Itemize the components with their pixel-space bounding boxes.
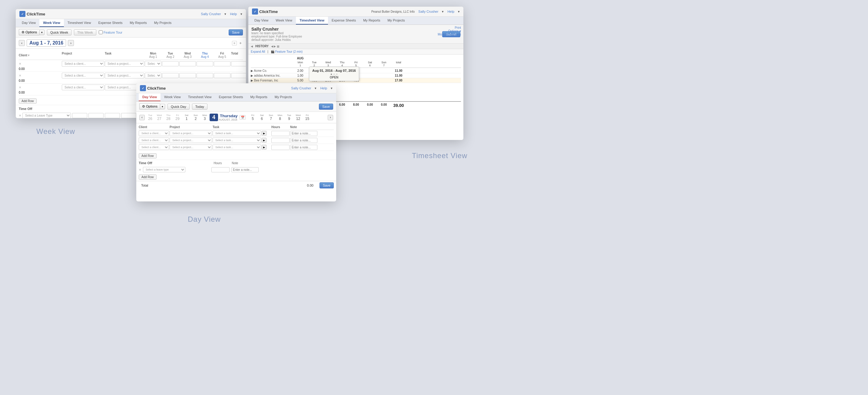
day-cell-thu28[interactable]: Thu 28	[164, 113, 173, 121]
quick-day-btn[interactable]: Quick Day	[167, 103, 190, 110]
time-off-wed[interactable]	[105, 113, 120, 118]
day-cell-fri15[interactable]: Fri 15	[303, 113, 312, 121]
day-row2-stopwatch[interactable]: ▶	[262, 138, 267, 143]
day-row2-client[interactable]: Select a client...	[139, 138, 169, 143]
day-row2-hours[interactable]	[271, 138, 289, 143]
week-help[interactable]: Help	[230, 12, 237, 16]
today-btn[interactable]: Today	[192, 103, 208, 110]
next-day-arrow[interactable]: ›	[328, 115, 333, 120]
row1-delete[interactable]: ✕	[19, 62, 61, 65]
day-row1-note[interactable]	[290, 131, 317, 136]
ts-print-link[interactable]: Print	[455, 26, 461, 29]
tab-expense-ts[interactable]: Expense Sheets	[328, 17, 360, 25]
tab-timesheet-ts[interactable]: Timesheet View	[296, 17, 328, 25]
options-main-day[interactable]: ⚙ Options	[139, 103, 160, 110]
row2-tue[interactable]	[179, 73, 196, 78]
calendar-icon[interactable]: 📅	[240, 115, 246, 120]
day-leave-type-select[interactable]: Select a leave type	[143, 167, 185, 172]
row2-delete[interactable]: ✕	[19, 74, 61, 77]
row3-client[interactable]: Select a client...	[62, 85, 104, 90]
next-week-arrow[interactable]: ›	[68, 40, 74, 46]
add-row-btn-day-2[interactable]: Add Row	[139, 175, 157, 180]
tab-expense-week[interactable]: Expense Sheets	[94, 19, 126, 27]
prev-day-arrow[interactable]: ‹	[139, 115, 145, 120]
day-time-off-hours[interactable]	[211, 167, 229, 172]
day-time-off-note[interactable]	[231, 167, 259, 172]
save-btn-week[interactable]: Save	[229, 29, 243, 35]
tab-day-view-ts[interactable]: Day View	[251, 17, 272, 25]
options-main-week[interactable]: ⚙ Options	[19, 29, 39, 35]
day-cell-thu4-active[interactable]: 4	[210, 114, 218, 121]
day-cell-tue26[interactable]: Tue 26	[146, 113, 154, 121]
row2-fri[interactable]	[231, 73, 246, 78]
ts-help[interactable]: Help	[447, 10, 454, 13]
tab-projects-ts[interactable]: My Projects	[384, 17, 408, 25]
prev-week-arrow[interactable]: ‹	[19, 40, 25, 46]
day-cell-sun2[interactable]: Sun 2	[191, 113, 200, 121]
ts-acme-expand[interactable]: ▶ Acme Co.	[251, 69, 293, 72]
day-row2-note[interactable]	[290, 138, 317, 143]
options-arrow-week[interactable]: ▾	[39, 30, 44, 35]
day-row1-client[interactable]: Select a client...	[139, 130, 169, 136]
time-off-thu[interactable]	[121, 113, 136, 118]
tab-timesheet-week[interactable]: Timesheet View	[64, 19, 95, 27]
day-cell-sat6[interactable]: Sat 6	[258, 113, 266, 121]
this-week-btn[interactable]: This Week	[74, 29, 96, 35]
tab-timesheet-day[interactable]: Timesheet View	[184, 93, 215, 101]
row1-fri[interactable]	[231, 61, 246, 66]
day-cell-sun7[interactable]: Sun 7	[267, 113, 275, 121]
tab-day-view-day[interactable]: Day View	[139, 93, 160, 101]
row3-delete[interactable]: ✕	[19, 86, 61, 89]
day-time-off-delete[interactable]: ✕	[139, 168, 141, 172]
row1-tue[interactable]	[179, 61, 196, 66]
day-cell-wed12[interactable]: Wed 12	[294, 113, 303, 121]
ts-adidas-expand[interactable]: ▶ adidas America Inc.	[251, 74, 293, 77]
tab-reports-ts[interactable]: My Reports	[360, 17, 384, 25]
day-row1-hours[interactable]	[271, 131, 289, 136]
options-arrow-day[interactable]: ▾	[160, 104, 165, 109]
row2-project[interactable]: Select a project...	[105, 73, 144, 79]
week-user-dropdown[interactable]: Sally Crusher	[201, 12, 221, 16]
add-row-btn-day[interactable]: Add Row	[139, 153, 157, 158]
day-row3-stopwatch[interactable]: ▶	[262, 145, 267, 150]
day-cell-wed27[interactable]: Wed 27	[155, 113, 163, 121]
tab-projects-week[interactable]: My Projects	[151, 19, 175, 27]
day-row3-note[interactable]	[290, 145, 317, 150]
ts-feature-tour-link[interactable]: 🎬 Feature Tour (2 min)	[271, 50, 303, 53]
save-btn-day[interactable]: Save	[319, 103, 333, 110]
row1-wed[interactable]	[196, 61, 213, 66]
day-user-dropdown[interactable]: Sally Crusher	[291, 86, 311, 90]
tab-week-view-ts[interactable]: Week View	[272, 17, 296, 25]
day-cell-fri5[interactable]: Fri 5	[249, 113, 257, 121]
row1-mon[interactable]	[162, 61, 179, 66]
day-row3-hours[interactable]	[271, 145, 289, 150]
row2-thu[interactable]	[214, 73, 230, 78]
day-help[interactable]: Help	[320, 86, 327, 90]
tab-day-view-week[interactable]: Day View	[18, 19, 39, 27]
day-row3-client[interactable]: Select a client...	[139, 145, 169, 150]
tab-projects-day[interactable]: My Projects	[271, 93, 296, 101]
row1-client[interactable]: Select a client...	[62, 61, 104, 67]
ts-bee-expand[interactable]: ▶ Bee Foreman, Inc	[251, 79, 293, 82]
row2-wed[interactable]	[196, 73, 213, 78]
day-row2-task[interactable]: Select a task...	[213, 138, 261, 143]
time-off-tue[interactable]	[88, 113, 103, 118]
tab-expense-day[interactable]: Expense Sheets	[215, 93, 247, 101]
leave-type-select-week[interactable]: Select a Leave Type	[23, 113, 71, 118]
day-cell-mon8[interactable]: Mon 8	[276, 113, 284, 121]
feature-tour-checkbox-week[interactable]	[99, 30, 103, 34]
row1-task[interactable]: Select a task...	[145, 61, 161, 67]
day-cell-mon3[interactable]: Mon 3	[200, 113, 209, 121]
tab-week-view[interactable]: Week View	[39, 19, 64, 27]
day-row2-project[interactable]: Select a project...	[169, 138, 212, 143]
day-cell-fri29[interactable]: Fri 29	[173, 113, 182, 121]
row2-mon[interactable]	[162, 73, 179, 78]
time-off-delete[interactable]: ✕	[19, 114, 21, 117]
day-row3-project[interactable]: Select a project...	[169, 145, 212, 150]
row1-thu[interactable]	[214, 61, 230, 66]
tab-reports-day[interactable]: My Reports	[247, 93, 271, 101]
time-off-mon[interactable]	[72, 113, 87, 118]
ts-options-link[interactable]: Options ▾	[448, 29, 461, 33]
quick-week-btn[interactable]: Quick Week	[47, 29, 71, 35]
save-btn-day-bottom[interactable]: Save	[319, 182, 334, 188]
